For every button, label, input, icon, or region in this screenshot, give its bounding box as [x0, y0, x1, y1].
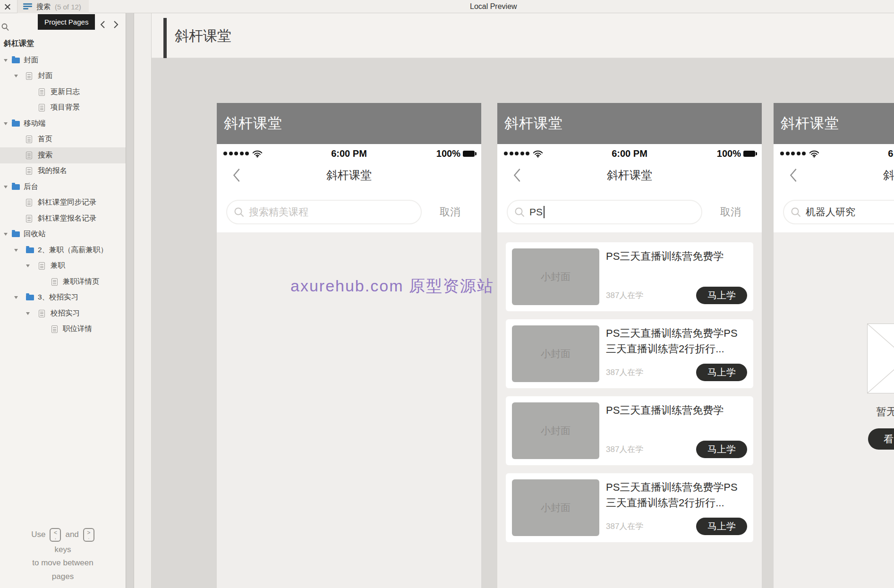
sidebar-item-label: 斜杠课堂同步记录	[38, 197, 96, 207]
sidebar-item-folder[interactable]: 2、兼职（高薪兼职）	[0, 242, 126, 258]
empty-message: 暂无	[867, 405, 894, 419]
sidebar-item-folder[interactable]: 移动端	[0, 116, 126, 132]
hint-line3: to move between	[0, 556, 126, 570]
sidebar-item-page[interactable]: 斜杠课堂同步记录	[0, 195, 126, 211]
sidebar-item-folder[interactable]: 回收站	[0, 227, 126, 243]
page-icon	[26, 167, 32, 175]
status-bar: 6:00 PM 100%	[774, 144, 894, 163]
page-icon	[51, 278, 58, 286]
project-pages-panel: 斜杠课堂 封面 封面 更新日志 项目背景 移动端 首页 搜索 我的报名 后台 斜…	[0, 13, 126, 588]
app-header: 斜杆课堂	[497, 103, 762, 144]
nav-title: 斜杆课堂	[217, 163, 481, 187]
folder-icon	[12, 184, 20, 190]
cancel-button[interactable]: 取消	[702, 205, 762, 219]
preview-area: 斜杆课堂 斜杆课堂 6:00 PM 100% 斜杆课堂 搜索精美课程 取消	[135, 13, 894, 588]
sidebar-item-page[interactable]: 校招实习	[0, 306, 126, 322]
current-page-tab[interactable]: 搜索 (5 of 12)	[17, 0, 89, 13]
hint-line2: keys	[0, 543, 126, 557]
search-input[interactable]: PS	[507, 200, 702, 224]
status-time: 6:00 PM	[774, 148, 894, 159]
sidebar-item-page[interactable]: 更新日志	[0, 84, 126, 100]
sidebar-item-page[interactable]: 斜杠课堂报名记录	[0, 211, 126, 227]
search-input[interactable]: 机器人研究	[783, 200, 894, 224]
students-count: 387人在学	[606, 444, 643, 455]
sidebar-item-page[interactable]: 兼职详情页	[0, 274, 126, 290]
back-chevron-icon[interactable]	[232, 168, 241, 184]
page-title: 斜杆课堂	[175, 13, 231, 58]
phone-mockup-3: 斜杆课堂 6:00 PM 100% 斜杆课堂 机器人研究	[774, 103, 894, 588]
back-chevron-icon[interactable]	[512, 168, 522, 184]
app-header-title: 斜杆课堂	[781, 114, 839, 133]
course-card[interactable]: 小封面 PS三天直播训练营免费学PS三天直播训练营2行折行... 387人在学马…	[506, 473, 753, 542]
students-count: 387人在学	[606, 290, 643, 301]
app-header-title: 斜杆课堂	[224, 114, 282, 133]
nav-bar: 斜杆课堂	[497, 163, 762, 187]
sidebar-item-label: 兼职	[51, 261, 65, 271]
sidebar-scrollbar[interactable]	[126, 13, 134, 588]
back-chevron-icon[interactable]	[789, 168, 798, 184]
sidebar-item-label: 封面	[24, 55, 38, 65]
prev-page-icon[interactable]	[100, 20, 105, 31]
sidebar-item-label: 封面	[38, 71, 52, 81]
sidebar-item-page[interactable]: 项目背景	[0, 100, 126, 116]
caret-down-icon[interactable]	[26, 312, 30, 315]
caret-down-icon[interactable]	[4, 59, 8, 62]
battery-icon	[463, 151, 475, 157]
sidebar-item-folder[interactable]: 后台	[0, 179, 126, 195]
sidebar-item-folder[interactable]: 封面	[0, 52, 126, 68]
sidebar-item-label: 首页	[38, 134, 52, 144]
sidebar-item-page-selected[interactable]: 搜索	[0, 147, 126, 163]
app-header: 斜杆课堂	[217, 103, 481, 144]
browse-other-button[interactable]: 看	[868, 428, 894, 450]
sidebar-item-label: 斜杠课堂报名记录	[38, 213, 96, 223]
enroll-button[interactable]: 马上学	[696, 441, 747, 458]
search-icon[interactable]	[1, 23, 9, 33]
caret-down-icon[interactable]	[14, 249, 18, 252]
course-thumbnail: 小封面	[512, 248, 599, 305]
sidebar-item-page[interactable]: 兼职	[0, 258, 126, 274]
search-icon	[234, 207, 244, 217]
caret-down-icon[interactable]	[14, 296, 18, 299]
cancel-button[interactable]: 取消	[422, 205, 481, 219]
key-left-icon: <,	[50, 528, 61, 542]
course-card[interactable]: 小封面 PS三天直播训练营免费学PS三天直播训练营2行折行... 387人在学马…	[506, 319, 753, 388]
nav-bar: 斜杆课堂	[217, 163, 481, 187]
search-icon	[515, 207, 525, 217]
watermark: axurehub.com 原型资源站	[290, 275, 494, 297]
search-value: PS	[529, 206, 543, 218]
page-icon	[39, 262, 45, 270]
caret-down-icon[interactable]	[4, 233, 8, 236]
sidebar-item-page[interactable]: 我的报名	[0, 163, 126, 179]
app-header-title: 斜杆课堂	[504, 114, 563, 133]
sidebar-item-page[interactable]: 封面	[0, 68, 126, 85]
folder-icon	[12, 231, 20, 237]
sitemap-menu-icon[interactable]	[23, 3, 32, 10]
sidebar-item-page[interactable]: 首页	[0, 132, 126, 148]
caret-down-icon[interactable]	[4, 186, 8, 188]
course-title: PS三天直播训练营免费学	[606, 248, 747, 264]
search-input[interactable]: 搜索精美课程	[226, 200, 422, 224]
search-placeholder: 搜索精美课程	[249, 205, 308, 219]
hint-and: and	[65, 528, 78, 542]
next-page-icon[interactable]	[113, 20, 119, 31]
course-card[interactable]: 小封面 PS三天直播训练营免费学 387人在学马上学	[506, 396, 753, 465]
caret-down-icon[interactable]	[14, 75, 18, 77]
sidebar-item-label: 我的报名	[38, 166, 67, 176]
status-bar: 6:00 PM 100%	[497, 144, 762, 163]
caret-down-icon[interactable]	[4, 122, 8, 125]
project-title: 斜杠课堂	[4, 39, 34, 49]
enroll-button[interactable]: 马上学	[696, 287, 747, 304]
caret-down-icon[interactable]	[26, 264, 30, 267]
course-title: PS三天直播训练营免费学PS三天直播训练营2行折行...	[606, 325, 747, 357]
sidebar-item-page[interactable]: 职位详情	[0, 322, 126, 338]
sidebar-item-folder[interactable]: 3、校招实习	[0, 290, 126, 306]
course-thumbnail: 小封面	[512, 402, 599, 459]
close-icon[interactable]	[4, 3, 11, 10]
key-right-icon: >.	[83, 528, 94, 542]
enroll-button[interactable]: 马上学	[696, 518, 747, 535]
enroll-button[interactable]: 马上学	[696, 364, 747, 381]
keyboard-hint: Use <, and >. keys to move between pages	[0, 527, 126, 584]
search-row: 机器人研究	[774, 187, 894, 232]
course-card[interactable]: 小封面 PS三天直播训练营免费学 387人在学马上学	[506, 242, 753, 311]
students-count: 387人在学	[606, 521, 643, 532]
